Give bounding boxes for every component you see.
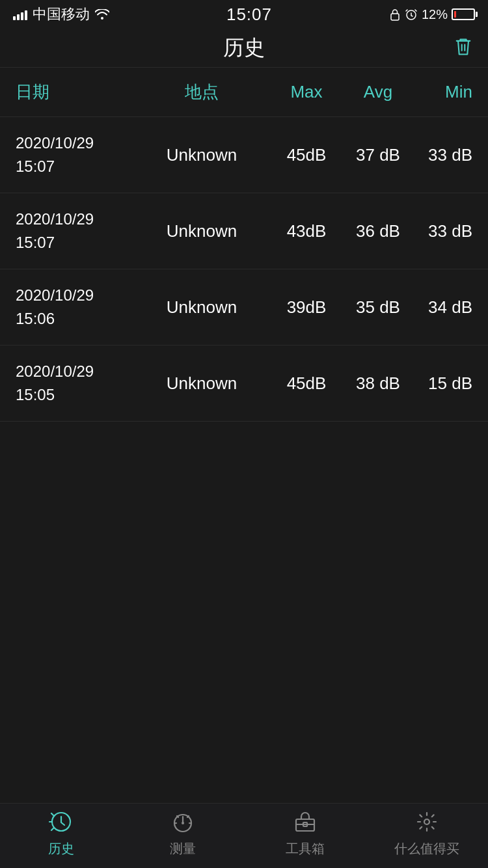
tab-more-label: 什么值得买 (394, 840, 459, 858)
wifi-icon (95, 9, 109, 20)
settings-icon (413, 807, 441, 836)
page-title: 历史 (223, 34, 265, 62)
row-min-1: 33 dB (414, 221, 472, 241)
nav-header: 历史 (0, 29, 488, 68)
header-location: 地点 (133, 81, 271, 103)
row-date-2: 2020/10/2915:06 (16, 284, 133, 331)
row-location-2: Unknown (133, 297, 271, 318)
tab-measure[interactable]: 测量 (122, 807, 245, 864)
table-row[interactable]: 2020/10/2915:07 Unknown 43dB 36 dB 33 dB (0, 193, 488, 269)
row-max-1: 43dB (271, 221, 342, 241)
tab-history-label: 历史 (48, 840, 74, 858)
tab-more[interactable]: 什么值得买 (366, 807, 489, 864)
header-min: Min (414, 82, 472, 102)
table-row[interactable]: 2020/10/2915:06 Unknown 39dB 35 dB 34 dB (0, 269, 488, 346)
history-icon (47, 807, 75, 836)
row-max-3: 45dB (271, 373, 342, 394)
lock-icon (389, 8, 401, 21)
status-left: 中国移动 (13, 5, 109, 24)
row-min-2: 34 dB (414, 297, 472, 318)
row-date-1: 2020/10/2915:07 (16, 208, 133, 254)
row-avg-1: 36 dB (342, 221, 414, 241)
header-date: 日期 (16, 81, 133, 103)
measure-icon (169, 807, 197, 836)
tab-toolbox-label: 工具箱 (286, 840, 325, 858)
row-max-2: 39dB (271, 297, 342, 318)
trash-icon (454, 36, 472, 57)
battery-percent: 12% (422, 7, 448, 22)
status-bar: 中国移动 15:07 12% (0, 0, 488, 29)
tab-history[interactable]: 历史 (0, 807, 122, 864)
row-location-0: Unknown (133, 145, 271, 165)
carrier-label: 中国移动 (33, 5, 90, 24)
alarm-icon (405, 8, 418, 21)
table-content: 2020/10/2915:07 Unknown 45dB 37 dB 33 dB… (0, 117, 488, 803)
status-time: 15:07 (226, 5, 272, 25)
header-avg: Avg (342, 82, 414, 102)
header-max: Max (271, 82, 342, 102)
row-location-1: Unknown (133, 221, 271, 241)
tab-toolbox[interactable]: 工具箱 (244, 807, 366, 864)
svg-point-7 (424, 819, 429, 824)
battery-icon (452, 8, 475, 20)
row-avg-0: 37 dB (342, 145, 414, 165)
signal-icon (13, 8, 27, 20)
toolbox-icon (291, 807, 319, 836)
row-avg-3: 38 dB (342, 373, 414, 394)
table-header: 日期 地点 Max Avg Min (0, 68, 488, 117)
table-row[interactable]: 2020/10/2915:05 Unknown 45dB 38 dB 15 dB (0, 346, 488, 422)
row-min-3: 15 dB (414, 373, 472, 394)
svg-rect-0 (391, 14, 399, 20)
tab-measure-label: 测量 (170, 840, 196, 858)
row-min-0: 33 dB (414, 145, 472, 165)
trash-button[interactable] (454, 36, 472, 60)
row-location-3: Unknown (133, 373, 271, 394)
svg-point-4 (182, 822, 184, 824)
row-date-0: 2020/10/2915:07 (16, 131, 133, 178)
status-right: 12% (389, 7, 475, 22)
row-max-0: 45dB (271, 145, 342, 165)
row-avg-2: 35 dB (342, 297, 414, 318)
table-row[interactable]: 2020/10/2915:07 Unknown 45dB 37 dB 33 dB (0, 117, 488, 193)
tab-bar: 历史 测量 工具箱 (0, 803, 488, 868)
row-date-3: 2020/10/2915:05 (16, 360, 133, 407)
